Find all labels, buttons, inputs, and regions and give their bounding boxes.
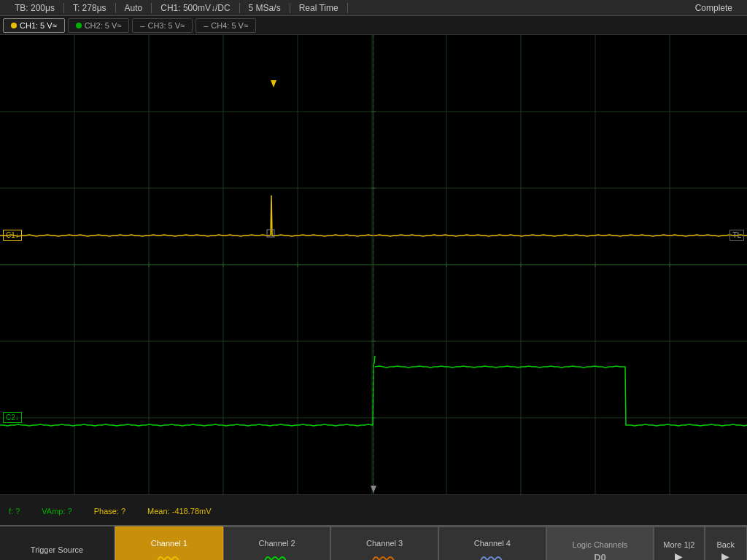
channel-1-button[interactable]: Channel 1	[115, 526, 223, 560]
freq-label: f: ?	[9, 507, 20, 516]
grid-svg	[0, 35, 747, 494]
tb-display: TB: 200μs	[6, 3, 64, 13]
logic-channels-line1: Logic Channels	[573, 540, 628, 549]
ch2-dot	[76, 23, 82, 28]
more-arrow-icon: ▶	[675, 551, 683, 560]
back-arrow-icon: ▶	[721, 551, 729, 560]
tl-scope-label: TL	[729, 230, 744, 241]
ch4-tab-dash: –	[204, 21, 208, 30]
logic-channels-line2: D0	[594, 552, 606, 561]
freq-display: f: ?	[9, 504, 20, 517]
ch3-tab-dash: –	[140, 21, 144, 30]
logic-channels-button[interactable]: Logic Channels D0	[546, 526, 654, 560]
ch1-btn-label: Channel 1	[151, 539, 187, 548]
ch3-wave-icon	[371, 551, 398, 560]
ch1-setting: CH1: 500mV↓/DC	[152, 3, 239, 13]
info-bar: f: ? VAmp: ? Phase: ? Mean: -418.78mV	[0, 494, 747, 525]
sample-rate: 5 MSa/s	[240, 3, 290, 13]
ch2-tab-label: CH2: 5 V≈	[85, 21, 122, 30]
ch2-btn-label: Channel 2	[258, 539, 295, 548]
ch1-tab-label: CH1: 5 V≈	[20, 21, 57, 30]
phase-display: Phase: ?	[94, 504, 125, 517]
ch2-wave-icon	[263, 551, 290, 560]
trigger-source-section: Trigger Source	[0, 526, 115, 560]
ch1-tab[interactable]: CH1: 5 V≈	[3, 18, 65, 33]
scope-display[interactable]: C1↓ C2↓ TL	[0, 35, 747, 494]
ch4-wave-icon	[479, 551, 506, 560]
bottom-bar: Trigger Source Channel 1 Channel 2 Chann…	[0, 525, 747, 560]
ch3-tab[interactable]: – CH3: 5 V≈	[132, 18, 193, 33]
ch1-wave-icon	[156, 551, 182, 560]
vamp-label: VAmp: ?	[42, 507, 71, 516]
channel-buttons: Channel 1 Channel 2 Channel 3 Channel 4	[115, 526, 747, 560]
trigger-source-label: Trigger Source	[31, 545, 83, 554]
ch4-tab-label: CH4: 5 V≈	[211, 21, 248, 30]
ch2-tab[interactable]: CH2: 5 V≈	[68, 18, 130, 33]
channel-4-button[interactable]: Channel 4	[438, 526, 546, 560]
back-label: Back	[717, 540, 735, 549]
mean-label: Mean: -418.78mV	[147, 507, 211, 516]
ch3-btn-label: Channel 3	[366, 539, 403, 548]
channel-3-button[interactable]: Channel 3	[330, 526, 438, 560]
mean-display: Mean: -418.78mV	[147, 504, 211, 517]
ch3-tab-label: CH3: 5 V≈	[147, 21, 185, 30]
ch4-tab[interactable]: – CH4: 5 V≈	[196, 18, 256, 33]
status-bar: TB: 200μs T: 278μs Auto CH1: 500mV↓/DC 5…	[0, 0, 747, 16]
acquisition-status: Complete	[686, 3, 741, 13]
time-mode: Real Time	[290, 3, 348, 13]
ch4-btn-label: Channel 4	[474, 539, 511, 548]
channel-tabs: CH1: 5 V≈ CH2: 5 V≈ – CH3: 5 V≈ – CH4: 5…	[0, 16, 747, 35]
mode-display: Auto	[116, 3, 152, 13]
vamp-display: VAmp: ?	[42, 504, 71, 517]
ch2-scope-label: C2↓	[3, 412, 22, 423]
phase-label: Phase: ?	[94, 507, 125, 516]
channel-2-button[interactable]: Channel 2	[223, 526, 331, 560]
ch1-scope-label: C1↓	[3, 230, 22, 241]
ch1-dot	[11, 23, 17, 28]
t-display: T: 278μs	[64, 3, 116, 13]
more-label: More 1|2	[663, 540, 694, 549]
more-button[interactable]: More 1|2 ▶	[654, 526, 704, 560]
back-button[interactable]: Back ▶	[705, 526, 747, 560]
